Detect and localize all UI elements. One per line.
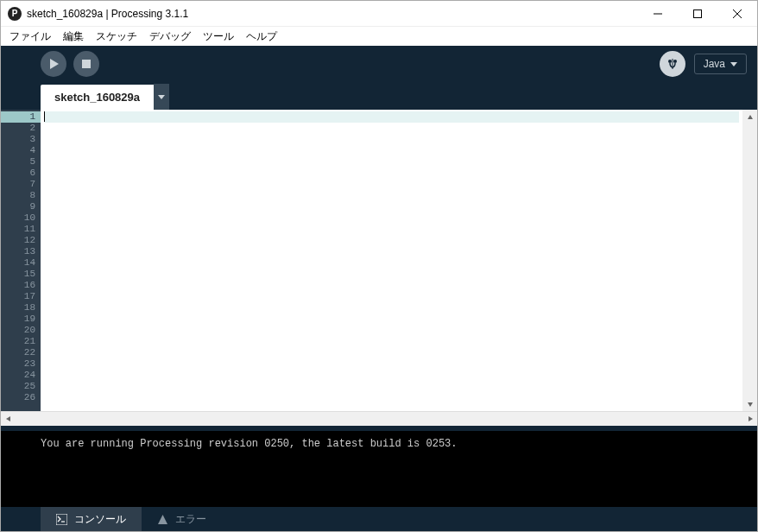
app-icon: P — [8, 7, 22, 21]
horizontal-scrollbar[interactable] — [1, 411, 757, 426]
menu-sketch[interactable]: スケッチ — [91, 28, 142, 46]
svg-rect-6 — [56, 514, 67, 525]
maximize-button[interactable] — [678, 1, 717, 27]
tab-bar: sketch_160829a — [1, 82, 757, 110]
close-button[interactable] — [717, 1, 757, 27]
scroll-left-button[interactable] — [1, 412, 16, 426]
titlebar: P sketch_160829a | Processing 3.1.1 — [1, 1, 757, 27]
menu-debug[interactable]: デバッグ — [144, 28, 196, 46]
menu-tools[interactable]: ツール — [198, 28, 239, 46]
console-icon — [56, 514, 67, 525]
sketch-tab[interactable]: sketch_160829a — [41, 85, 154, 110]
scroll-down-button[interactable] — [742, 396, 757, 411]
svg-point-4 — [673, 60, 677, 63]
tab-dropdown[interactable] — [154, 84, 169, 110]
chevron-down-icon — [158, 95, 165, 99]
menu-file[interactable]: ファイル — [4, 28, 56, 46]
window-title: sketch_160829a | Processing 3.1.1 — [27, 8, 638, 20]
run-button[interactable] — [41, 51, 66, 77]
debug-icon-button[interactable] — [660, 51, 685, 77]
bottom-tabs: コンソール エラー — [1, 507, 757, 531]
svg-rect-2 — [82, 60, 91, 68]
minimize-button[interactable] — [638, 1, 678, 27]
warning-icon — [157, 514, 168, 525]
console-output: You are running Processing revision 0250… — [1, 431, 757, 507]
chevron-down-icon — [730, 62, 737, 66]
errors-tab[interactable]: エラー — [142, 507, 222, 531]
svg-rect-1 — [694, 10, 702, 17]
code-editor[interactable] — [41, 110, 742, 411]
scroll-right-button[interactable] — [742, 412, 757, 426]
line-gutter: 1234567891011121314151617181920212223242… — [1, 110, 41, 411]
menubar: ファイル 編集 スケッチ デバッグ ツール ヘルプ — [1, 27, 757, 46]
mode-selector[interactable]: Java — [694, 54, 747, 74]
menu-help[interactable]: ヘルプ — [241, 28, 282, 46]
toolbar: Java — [1, 46, 757, 82]
console-tab[interactable]: コンソール — [41, 507, 142, 531]
menu-edit[interactable]: 編集 — [58, 28, 89, 46]
console-tab-label: コンソール — [74, 512, 126, 527]
errors-tab-label: エラー — [175, 512, 206, 527]
editor-area: 1234567891011121314151617181920212223242… — [1, 110, 757, 411]
mode-label: Java — [704, 58, 725, 70]
svg-point-3 — [668, 60, 672, 63]
console-message: You are running Processing revision 0250… — [41, 438, 747, 450]
svg-rect-0 — [654, 13, 662, 14]
vertical-scrollbar[interactable] — [742, 110, 757, 411]
scroll-up-button[interactable] — [742, 110, 757, 124]
stop-button[interactable] — [73, 51, 99, 77]
